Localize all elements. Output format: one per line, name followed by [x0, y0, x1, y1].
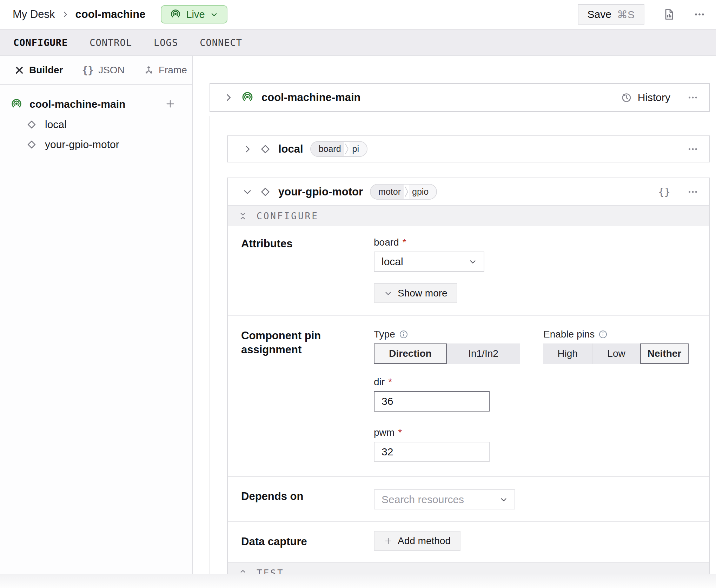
pwm-pin-input[interactable] [374, 442, 490, 462]
component-diamond-icon [26, 139, 37, 150]
dir-pin-input[interactable] [374, 391, 490, 412]
live-status-badge[interactable]: Live [161, 5, 227, 24]
bottom-fade [0, 574, 716, 588]
machine-tabbar: CONFIGURE CONTROL LOGS CONNECT [0, 29, 716, 56]
tree-item-label: local [45, 119, 67, 131]
machine-part-title: cool-machine-main [261, 91, 361, 104]
tab-configure[interactable]: CONFIGURE [13, 37, 68, 48]
header-more-menu-icon[interactable] [694, 8, 705, 20]
depends-on-placeholder: Search resources [382, 494, 464, 506]
edit-json-icon[interactable]: {} [658, 186, 670, 198]
app-window: My Desk cool-machine Live Save ⌘S [0, 0, 716, 588]
braces-icon: {} [82, 65, 94, 76]
machine-report-icon[interactable] [663, 8, 675, 21]
broadcast-icon [11, 98, 22, 110]
enable-pins-field-label: Enable pins [543, 329, 689, 340]
machine-part-card: cool-machine-main History [210, 83, 710, 112]
motor-type-model-tag: motor gpio [370, 184, 437, 200]
save-button[interactable]: Save ⌘S [578, 4, 644, 25]
expand-chevron-right-icon[interactable] [224, 93, 233, 102]
collapse-chevron-down-icon[interactable] [243, 187, 252, 197]
frame-axes-icon [144, 65, 154, 75]
view-tab-builder[interactable]: Builder [14, 65, 63, 76]
tab-connect[interactable]: CONNECT [200, 37, 242, 48]
pin-assignment-heading: Component pin assignment [228, 329, 374, 462]
type-segmented-control: Direction In1/In2 [374, 343, 543, 364]
view-tab-frame[interactable]: Frame [144, 65, 187, 76]
data-capture-row: Data capture Add method [228, 521, 709, 562]
info-icon[interactable] [598, 329, 608, 339]
tab-control[interactable]: CONTROL [90, 37, 132, 48]
tree-item-your-gpio-motor[interactable]: your-gpio-motor [0, 134, 192, 154]
card-more-menu-icon[interactable] [687, 186, 698, 198]
tag-type: motor [371, 185, 404, 199]
broadcast-icon [241, 91, 254, 104]
component-diamond-icon [259, 143, 271, 155]
card-more-menu-icon[interactable] [687, 92, 698, 103]
type-field-label: Type [374, 329, 543, 340]
history-label: History [638, 92, 670, 103]
depends-on-row: Depends on Search resources [228, 476, 709, 521]
board-card-title: local [278, 143, 303, 155]
show-more-label: Show more [398, 288, 447, 299]
tag-type: board [311, 142, 344, 156]
enable-option-low[interactable]: Low [592, 343, 640, 364]
tag-divider-icon [344, 141, 350, 157]
breadcrumb-parent[interactable]: My Desk [13, 8, 55, 21]
config-view-tabs: Builder {} JSON Frame [0, 56, 192, 85]
chevron-down-icon [499, 495, 508, 504]
board-select[interactable]: local [374, 252, 484, 272]
card-more-menu-icon[interactable] [687, 143, 698, 155]
breadcrumb: My Desk cool-machine [13, 8, 145, 21]
enable-option-high[interactable]: High [543, 343, 592, 364]
pwm-field-label: pwm * [374, 427, 543, 438]
tools-icon [14, 65, 25, 75]
attributes-heading: Attributes [228, 237, 374, 303]
component-diamond-icon [259, 186, 271, 198]
top-header: My Desk cool-machine Live Save ⌘S [0, 0, 716, 29]
chevron-down-icon [210, 10, 218, 19]
machine-name: cool-machine [75, 8, 146, 21]
type-option-direction[interactable]: Direction [374, 343, 447, 364]
tag-model: gpio [409, 185, 436, 199]
header-actions: Save ⌘S [578, 0, 716, 29]
component-diamond-icon [26, 119, 37, 130]
history-clock-icon [620, 92, 632, 103]
view-tab-json[interactable]: {} JSON [82, 65, 124, 76]
save-shortcut-hint: ⌘S [617, 8, 635, 21]
chevron-down-icon [468, 257, 477, 266]
tree-item-label: your-gpio-motor [45, 139, 119, 151]
tree-item-machine-part[interactable]: cool-machine-main [0, 94, 192, 114]
show-more-button[interactable]: Show more [374, 283, 457, 303]
tree-indent-line [210, 116, 210, 574]
board-field-label: board * [374, 237, 484, 248]
save-button-label: Save [588, 8, 611, 20]
enable-option-neither[interactable]: Neither [640, 343, 689, 364]
attributes-row: Attributes board * local Show m [228, 226, 709, 315]
info-icon[interactable] [399, 329, 409, 339]
configure-section-bar: CONFIGURE [228, 205, 709, 226]
motor-component-card: your-gpio-motor motor gpio {} CONFIGURE [227, 178, 710, 584]
depends-on-search-select[interactable]: Search resources [374, 489, 515, 509]
plus-icon [384, 536, 393, 546]
config-sidebar: Builder {} JSON Frame [0, 56, 193, 588]
collapse-section-icon[interactable] [238, 212, 247, 221]
chevron-down-icon [384, 289, 393, 298]
tree-item-local[interactable]: local [0, 114, 192, 134]
type-option-in1in2[interactable]: In1/In2 [447, 343, 520, 364]
add-component-icon[interactable] [165, 98, 176, 109]
depends-on-heading: Depends on [228, 489, 374, 509]
add-method-button[interactable]: Add method [374, 531, 460, 551]
dir-field-label: dir * [374, 376, 543, 388]
required-marker: * [403, 237, 406, 248]
expand-chevron-right-icon[interactable] [243, 144, 252, 154]
configure-section-label: CONFIGURE [257, 211, 319, 221]
data-capture-heading: Data capture [228, 531, 374, 551]
history-button[interactable]: History [620, 92, 670, 103]
required-marker: * [398, 427, 402, 438]
broadcast-icon [170, 9, 181, 20]
board-component-card: local board pi [227, 135, 710, 162]
resource-tree: cool-machine-main local your-gpio-motor [0, 85, 192, 154]
view-tab-json-label: JSON [98, 65, 125, 76]
tab-logs[interactable]: LOGS [154, 37, 178, 48]
